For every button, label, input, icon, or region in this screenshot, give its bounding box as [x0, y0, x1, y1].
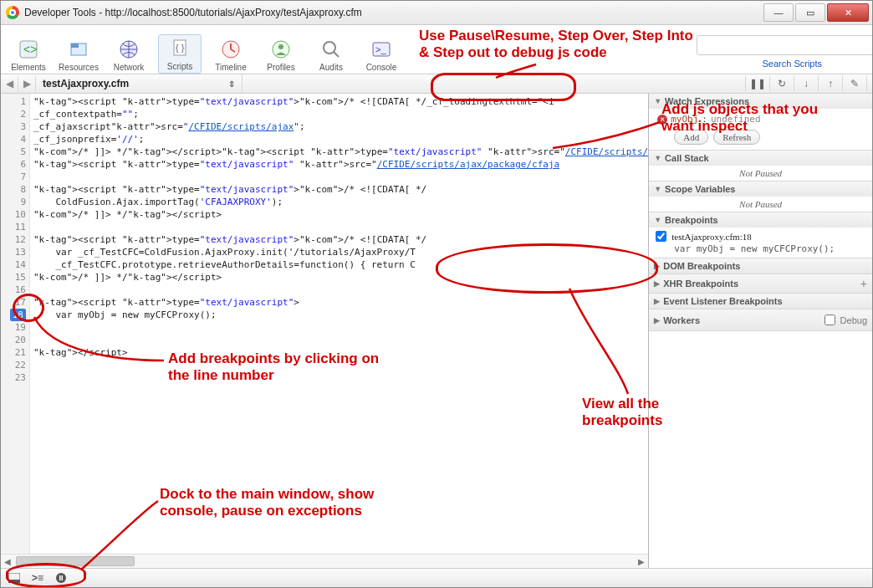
triangle-right-icon: ▶ [654, 262, 660, 270]
workers-label: Workers [663, 315, 700, 325]
watch-name: myObj [671, 114, 698, 125]
add-watch-button[interactable]: Add [674, 130, 708, 145]
triangle-right-icon: ▶ [654, 279, 660, 288]
scope-variables-header[interactable]: ▼Scope Variables [649, 182, 872, 197]
debugger-sidebar: ▼Watch Expressions × myObj: undefined Ad… [649, 94, 872, 568]
tab-console-label: Console [366, 63, 397, 72]
breakpoints-label: Breakpoints [665, 215, 718, 225]
scripts-subbar: ◀ ▶ testAjaxproxy.cfm ⇕ ❚❚ ↻ ↓ ↑ ✎ [1, 74, 872, 94]
tab-elements[interactable]: <> Elements [8, 36, 49, 74]
search-input[interactable] [697, 35, 873, 55]
breakpoint-snippet: var myObj = new myCFCProxy(); [656, 242, 865, 254]
svg-point-10 [324, 42, 335, 54]
source-pane: 1234567891011121314151617181920212223 "k… [1, 94, 649, 568]
debug-controls: ❚❚ ↻ ↓ ↑ ✎ [745, 74, 872, 93]
devtools-panel-tabs: <> Elements Resources Network { } Script… [1, 25, 872, 74]
resume-button[interactable]: ↻ [769, 76, 794, 91]
tab-profiles[interactable]: Profiles [260, 36, 302, 74]
triangle-down-icon: ▼ [654, 154, 661, 162]
scope-variables-label: Scope Variables [665, 184, 735, 194]
search-scripts-link[interactable]: Search Scripts [762, 59, 822, 69]
svg-rect-17 [62, 575, 64, 580]
svg-point-9 [278, 44, 283, 49]
triangle-down-icon: ▼ [654, 97, 661, 105]
pause-on-exceptions-button[interactable] [53, 571, 69, 585]
svg-text:{ }: { } [176, 43, 185, 53]
watch-expression-item[interactable]: × myObj: undefined [656, 112, 865, 126]
triangle-right-icon: ▶ [654, 297, 660, 305]
scroll-right-icon[interactable]: ▶ [635, 555, 648, 568]
svg-point-15 [56, 573, 66, 583]
elements-icon: <> [17, 38, 40, 61]
tab-timeline-label: Timeline [215, 63, 246, 72]
scroll-thumb[interactable] [16, 556, 135, 566]
tab-profiles-label: Profiles [267, 63, 294, 72]
chrome-icon [6, 6, 19, 19]
refresh-watch-button[interactable]: Refresh [713, 130, 760, 145]
xhr-breakpoints-label: XHR Breakpoints [663, 279, 738, 289]
line-gutter[interactable]: 1234567891011121314151617181920212223 [1, 94, 30, 554]
nav-fwd-button[interactable]: ▶ [18, 76, 36, 91]
chevron-updown-icon: ⇕ [228, 79, 235, 89]
svg-text:>_: >_ [375, 44, 386, 54]
tab-audits-label: Audits [319, 63, 343, 72]
tab-timeline[interactable]: Timeline [210, 36, 252, 74]
breakpoint-checkbox[interactable] [656, 231, 666, 242]
file-selector-label: testAjaxproxy.cfm [43, 78, 129, 89]
nav-back-button[interactable]: ◀ [1, 76, 18, 91]
event-listener-bp-header[interactable]: ▶Event Listener Breakpoints [649, 294, 872, 309]
step-into-button[interactable]: ↑ [818, 76, 842, 91]
workers-header[interactable]: ▶WorkersDebug [649, 309, 872, 330]
dom-breakpoints-header[interactable]: ▶DOM Breakpoints [649, 258, 872, 274]
window-title: Developer Tools - http://localhost:8500/… [24, 7, 763, 18]
call-stack-status: Not Paused [649, 166, 872, 181]
network-icon [117, 38, 140, 61]
minimize-button[interactable]: — [763, 3, 794, 22]
audits-icon [319, 38, 343, 61]
workers-debug-label: Debug [840, 315, 867, 325]
call-stack-header[interactable]: ▼Call Stack [649, 151, 872, 166]
console-icon: >_ [370, 38, 393, 61]
step-out-button[interactable]: ✎ [842, 76, 867, 91]
svg-text:<>: <> [23, 43, 37, 56]
breakpoint-file: testAjaxproxy.cfm:18 [671, 232, 752, 242]
watch-expressions-label: Watch Expressions [665, 96, 749, 106]
maximize-button[interactable]: ▭ [795, 3, 825, 22]
show-console-button[interactable]: >≡ [29, 571, 46, 585]
profiles-icon [269, 38, 293, 61]
watch-expressions-header[interactable]: ▼Watch Expressions [649, 94, 872, 109]
svg-rect-3 [71, 43, 79, 48]
workers-debug-checkbox[interactable] [824, 314, 835, 325]
triangle-right-icon: ▶ [654, 316, 660, 325]
close-button[interactable]: ✕ [827, 3, 869, 22]
scope-variables-status: Not Paused [649, 197, 872, 212]
scripts-icon: { } [168, 37, 191, 60]
event-listener-bp-label: Event Listener Breakpoints [663, 296, 782, 306]
tab-audits[interactable]: Audits [310, 36, 352, 74]
tab-scripts[interactable]: { } Scripts [158, 34, 202, 74]
add-xhr-bp-icon[interactable]: + [860, 277, 867, 290]
scroll-left-icon[interactable]: ◀ [1, 555, 14, 568]
tab-elements-label: Elements [11, 63, 46, 72]
resources-icon [67, 38, 90, 61]
breakpoints-header[interactable]: ▼Breakpoints [649, 212, 872, 228]
tab-resources-label: Resources [59, 63, 99, 72]
tab-console[interactable]: >_ Console [360, 36, 402, 74]
horizontal-scrollbar[interactable]: ◀ ▶ [1, 554, 648, 568]
file-selector[interactable]: testAjaxproxy.cfm ⇕ [36, 74, 242, 93]
dock-button[interactable] [6, 571, 23, 585]
tab-resources[interactable]: Resources [58, 36, 100, 74]
tab-network[interactable]: Network [108, 36, 150, 74]
breakpoint-item[interactable]: testAjaxproxy.cfm:18 [656, 231, 865, 242]
tab-scripts-label: Scripts [167, 62, 193, 71]
svg-rect-16 [59, 575, 61, 580]
timeline-icon [219, 38, 242, 61]
svg-rect-14 [8, 580, 20, 583]
delete-watch-icon[interactable]: × [657, 115, 667, 125]
source-code[interactable]: "k-tag"><script "k-attr">type="text/java… [30, 94, 648, 554]
step-over-button[interactable]: ↓ [794, 76, 818, 91]
watch-value: undefined [711, 114, 761, 125]
pause-button[interactable]: ❚❚ [745, 76, 769, 91]
devtools-footer: >≡ [1, 568, 872, 587]
xhr-breakpoints-header[interactable]: ▶XHR Breakpoints+ [649, 274, 872, 293]
